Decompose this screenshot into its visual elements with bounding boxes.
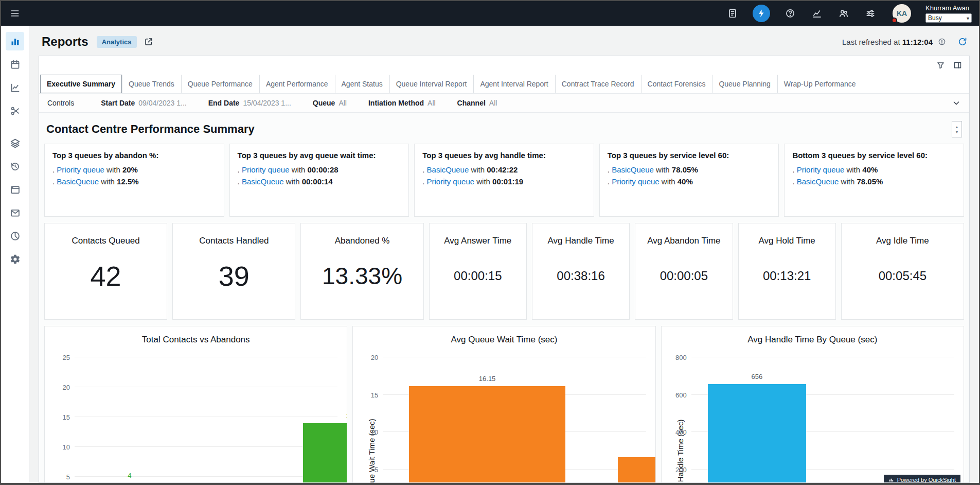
caret-up-icon[interactable]: ▲ (955, 125, 959, 129)
y-tick-label: 10 (371, 428, 378, 436)
insight-item: . Priority queue with 40% (792, 164, 956, 176)
y-tick-label: 5 (66, 473, 70, 481)
insight-card-bottom-3-queues-by-service-level-60: Bottom 3 queues by service level 60:. Pr… (784, 144, 964, 217)
queue-link[interactable]: BasicQueue (797, 177, 839, 186)
tab-contract-trace-record[interactable]: Contract Trace Record (555, 75, 641, 93)
sidebar-item-calendar[interactable] (6, 55, 24, 74)
tab-executive-summary[interactable]: Executive Summary (40, 75, 122, 93)
caret-down-icon[interactable]: ▼ (955, 130, 959, 134)
tab-queue-performance[interactable]: Queue Performance (181, 75, 259, 93)
busy-status-dot (892, 18, 897, 23)
refresh-icon[interactable] (957, 37, 968, 47)
kpi-title: Abandoned % (301, 236, 423, 246)
chart-plot-area: 200400600800656 (691, 357, 954, 482)
tab-wrap-up-performance[interactable]: Wrap-Up Performance (777, 75, 863, 93)
kpi-title: Contacts Handled (173, 236, 295, 246)
avatar[interactable]: KA (893, 4, 911, 23)
y-tick-label: 5 (375, 465, 378, 473)
control-filter-queue[interactable]: QueueAll (313, 99, 347, 107)
kpi-value: 00:00:15 (430, 246, 526, 319)
queue-link[interactable]: Priority queue (612, 177, 660, 186)
kpi-cards-row: Contacts Queued42Contacts Handled39Aband… (44, 223, 964, 320)
lightning-icon[interactable] (753, 5, 770, 22)
control-filter-end-date[interactable]: End Date15/04/2023 1... (208, 99, 291, 107)
kpi-value: 39 (173, 246, 295, 319)
tab-queue-planning[interactable]: Queue Planning (712, 75, 777, 93)
status-dropdown[interactable]: Busy ▾ (925, 13, 972, 23)
tab-queue-trends[interactable]: Queue Trends (122, 75, 181, 93)
sidebar-item-layers[interactable] (6, 134, 24, 152)
insight-item: . BasicQueue with 78.05% (792, 176, 956, 188)
kpi-title: Avg Idle Time (842, 236, 964, 246)
sidebar-item-line-chart[interactable] (6, 78, 24, 97)
bar-avg-handle-time[interactable] (708, 384, 807, 482)
menu-icon[interactable] (8, 7, 22, 20)
queue-link[interactable]: BasicQueue (242, 177, 284, 186)
pie-chart-icon (10, 231, 21, 241)
trend-icon[interactable] (810, 7, 824, 20)
section-header: Contact Centre Performance Summary ▲ ▼ (44, 118, 964, 144)
kpi-card-contacts-handled: Contacts Handled39 (172, 223, 295, 320)
bar-avg-queue-wait-time[interactable] (409, 386, 565, 482)
tab-agent-interval-report[interactable]: Agent Interval Report (473, 75, 555, 93)
users-icon[interactable] (837, 7, 850, 20)
queue-link[interactable]: BasicQueue (612, 165, 654, 174)
insight-cards-row: Top 3 queues by abandon %:. Priority que… (44, 144, 964, 217)
info-icon[interactable] (938, 38, 946, 46)
chart-total-contacts-vs-abandons: Total Contacts vs Abandons51015202541423… (44, 326, 347, 482)
user-info: Khurram Awan Busy ▾ (925, 4, 972, 23)
insight-item: . Priority queue with 40% (608, 176, 771, 188)
kpi-value: 42 (45, 246, 167, 319)
tab-queue-interval-report[interactable]: Queue Interval Report (389, 75, 474, 93)
insight-title: Top 3 queues by avg handle time: (422, 151, 586, 160)
sliders-icon[interactable] (864, 7, 877, 20)
insight-item: . BasicQueue with 00:00:14 (238, 176, 401, 188)
expand-panel-icon[interactable] (953, 61, 962, 70)
control-filter-channel[interactable]: ChannelAll (457, 99, 497, 107)
bar-value-label: 4 (128, 472, 131, 479)
queue-link[interactable]: Priority queue (797, 165, 845, 174)
quicksight-logo-icon (888, 477, 894, 483)
filter-icon[interactable] (936, 61, 945, 70)
sidebar-item-bar-chart[interactable] (6, 32, 24, 50)
chart-title: Total Contacts vs Abandons (45, 335, 347, 345)
sidebar-item-pie-chart[interactable] (6, 227, 24, 245)
queue-link[interactable]: Priority queue (427, 177, 475, 186)
chevron-down-icon[interactable] (952, 98, 961, 108)
y-tick-label: 400 (675, 428, 687, 436)
bar-contacts[interactable] (303, 423, 348, 482)
insight-card-top-3-queues-by-abandon: Top 3 queues by abandon %:. Priority que… (44, 144, 224, 217)
calendar-icon (10, 59, 21, 70)
insight-item: . Priority queue with 20% (52, 164, 216, 176)
y-tick-label: 15 (371, 391, 378, 399)
sidebar-item-scissors[interactable] (6, 101, 24, 120)
insight-card-top-3-queues-by-avg-handle-time: Top 3 queues by avg handle time:. BasicQ… (414, 144, 594, 217)
external-link-icon[interactable] (144, 37, 153, 46)
line-chart-icon (10, 82, 21, 93)
notes-icon[interactable] (726, 7, 739, 20)
help-icon[interactable] (783, 7, 797, 20)
sidebar-item-history[interactable] (6, 157, 24, 176)
chart-title: Avg Queue Wait Time (sec) (353, 335, 655, 345)
control-filter-intiation-method[interactable]: Intiation MethodAll (368, 99, 436, 107)
sidebar-item-window[interactable] (6, 180, 24, 199)
filter-value: 15/04/2023 1... (243, 99, 291, 107)
charts-row: Total Contacts vs Abandons51015202541423… (44, 326, 964, 482)
sidebar-item-gear[interactable] (6, 250, 24, 268)
insight-title: Top 3 queues by service level 60: (608, 151, 771, 160)
tab-contact-forensics[interactable]: Contact Forensics (641, 75, 712, 93)
status-value: Busy (928, 14, 942, 22)
bar-avg-queue-wait-time[interactable] (618, 457, 656, 482)
queue-link[interactable]: BasicQueue (427, 165, 469, 174)
chart-avg-queue-wait-time-sec: Avg Queue Wait Time (sec)Queue Wait Time… (352, 326, 655, 482)
sidebar-item-mail[interactable] (6, 203, 24, 222)
kpi-value: 00:13:21 (739, 246, 835, 319)
control-filter-start-date[interactable]: Start Date09/04/2023 1... (101, 99, 187, 107)
tab-agent-performance[interactable]: Agent Performance (259, 75, 335, 93)
tab-agent-status[interactable]: Agent Status (335, 75, 389, 93)
scroll-spinner[interactable]: ▲ ▼ (952, 121, 962, 137)
insight-item: . Priority queue with 00:00:28 (238, 164, 401, 176)
queue-link[interactable]: BasicQueue (57, 177, 99, 186)
queue-link[interactable]: Priority queue (242, 165, 290, 174)
queue-link[interactable]: Priority queue (57, 165, 104, 174)
